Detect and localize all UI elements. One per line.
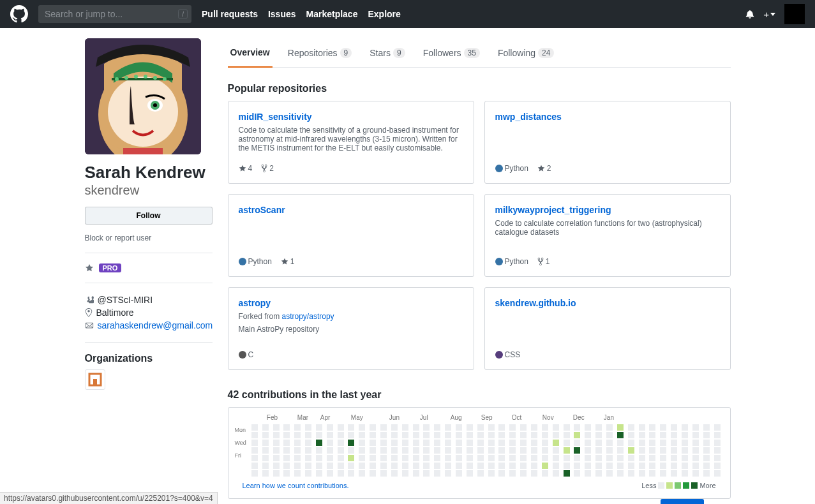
month-label: Sep — [481, 414, 493, 421]
location-icon — [85, 308, 93, 317]
notifications-icon[interactable] — [745, 10, 754, 19]
profile-org: @STScI-MIRI — [98, 295, 153, 305]
create-new-dropdown[interactable]: + — [763, 9, 775, 20]
popular-repos-grid: midIR_sensitivityCode to calculate the s… — [228, 101, 731, 370]
contribution-graph-box: Mon Wed Fri FebMarAprMayJunJulAugSepOctN… — [228, 407, 731, 499]
tab-repositories[interactable]: Repositories9 — [285, 38, 355, 67]
month-label: Dec — [573, 414, 585, 421]
browser-status-bar: https://avatars0.githubusercontent.com/u… — [0, 492, 218, 504]
star-icon[interactable] — [85, 263, 94, 272]
repo-card: skendrew.github.io CSS — [484, 287, 731, 370]
svg-point-12 — [153, 103, 157, 107]
contributions-heading: 42 contributions in the last year — [228, 389, 731, 401]
svg-point-6 — [134, 75, 138, 78]
repo-language: C — [239, 350, 254, 359]
repo-description: Main AstroPy repository — [239, 325, 463, 334]
repo-card: milkywayproject_triggeringCode to calcul… — [484, 194, 731, 277]
search-slash-hint: / — [178, 10, 188, 19]
tab-stars[interactable]: Stars9 — [367, 38, 407, 67]
profile-tabs: Overview Repositories9 Stars9 Followers3… — [228, 38, 731, 68]
profile-sidebar: Sarah Kendrew skendrew Follow Block or r… — [85, 38, 213, 504]
profile-avatar[interactable] — [85, 38, 201, 154]
follow-button[interactable]: Follow — [85, 207, 213, 225]
user-avatar-menu[interactable] — [784, 4, 805, 24]
month-label: Jul — [420, 414, 428, 421]
contribution-legend: Less More — [641, 482, 715, 489]
repo-stars[interactable]: 1 — [281, 257, 295, 266]
svg-point-8 — [153, 76, 157, 80]
day-label-wed: Wed — [235, 440, 246, 446]
nav-explore[interactable]: Explore — [368, 9, 400, 19]
contribution-cells[interactable] — [251, 424, 724, 477]
svg-rect-13 — [123, 148, 163, 154]
repo-name-link[interactable]: astropy — [239, 298, 463, 308]
repo-card: mwp_distances Python 2 — [484, 101, 731, 184]
people-icon — [85, 295, 94, 304]
repo-language: Python — [239, 257, 272, 266]
repo-description: Code to calculate the sensitivity of a g… — [239, 126, 463, 152]
repo-card: astropyForked from astropy/astropyMain A… — [228, 287, 474, 370]
repo-forks[interactable]: 1 — [537, 257, 550, 266]
tab-following[interactable]: Following24 — [495, 38, 557, 67]
profile-email[interactable]: sarahaskendrew@gmail.com — [98, 320, 213, 330]
profile-location: Baltimore — [96, 308, 134, 318]
repo-forked-from: Forked from astropy/astropy — [239, 312, 463, 321]
repo-description: Code to calculate correlation functions … — [495, 219, 720, 237]
repo-card: midIR_sensitivityCode to calculate the s… — [228, 101, 474, 184]
profile-main: Overview Repositories9 Stars9 Followers3… — [228, 38, 731, 504]
repo-stars[interactable]: 2 — [537, 164, 551, 173]
repo-language: CSS — [495, 350, 521, 359]
github-logo[interactable] — [10, 5, 28, 23]
learn-contributions-link[interactable]: Learn how we count contributions. — [243, 482, 349, 489]
month-label: Apr — [320, 414, 331, 421]
repo-name-link[interactable]: astroScanr — [239, 205, 463, 215]
repo-language: Python — [495, 257, 528, 266]
nav-pull-requests[interactable]: Pull requests — [202, 9, 258, 19]
repo-card: astroScanr Python 1 — [228, 194, 474, 277]
repo-language: Python — [495, 164, 528, 173]
search-container: / — [38, 5, 191, 23]
profile-name: Sarah Kendrew — [85, 162, 213, 183]
repo-forks[interactable]: 2 — [261, 164, 274, 173]
organizations-heading: Organizations — [85, 353, 213, 364]
search-input[interactable] — [38, 5, 191, 23]
month-label: Jun — [389, 414, 400, 421]
svg-rect-15 — [93, 379, 97, 385]
month-label: Oct — [512, 414, 522, 421]
svg-point-7 — [144, 75, 147, 78]
year-filter: 2019 2018 — [661, 499, 731, 504]
svg-point-5 — [124, 76, 128, 80]
month-label: Nov — [542, 414, 554, 421]
repo-name-link[interactable]: midIR_sensitivity — [239, 112, 463, 122]
repo-stars[interactable]: 4 — [239, 164, 253, 173]
repo-name-link[interactable]: mwp_distances — [495, 112, 720, 122]
primary-nav: Pull requests Issues Marketplace Explore — [202, 9, 401, 19]
svg-point-4 — [115, 77, 119, 81]
popular-repos-heading: Popular repositories — [228, 83, 731, 94]
month-label: Aug — [451, 414, 462, 421]
repo-name-link[interactable]: skendrew.github.io — [495, 298, 720, 308]
tab-overview[interactable]: Overview — [228, 38, 273, 68]
month-label: Jan — [604, 414, 614, 421]
mail-icon — [85, 321, 94, 330]
svg-point-9 — [163, 77, 167, 81]
nav-marketplace[interactable]: Marketplace — [306, 9, 358, 19]
block-report-link[interactable]: Block or report user — [85, 233, 213, 242]
month-label: May — [351, 414, 363, 421]
profile-username: skendrew — [85, 183, 213, 198]
top-navbar: / Pull requests Issues Marketplace Explo… — [0, 0, 815, 28]
year-2019-button[interactable]: 2019 — [661, 499, 704, 504]
org-avatar[interactable] — [85, 369, 105, 390]
pro-badge: PRO — [99, 263, 122, 272]
repo-fork-source-link[interactable]: astropy/astropy — [282, 312, 334, 321]
day-label-mon: Mon — [235, 427, 246, 433]
day-label-fri: Fri — [235, 452, 246, 459]
nav-issues[interactable]: Issues — [268, 9, 296, 19]
repo-name-link[interactable]: milkywayproject_triggering — [495, 205, 720, 215]
tab-followers[interactable]: Followers35 — [421, 38, 482, 67]
month-label: Mar — [297, 414, 308, 421]
month-label: Feb — [267, 414, 278, 421]
